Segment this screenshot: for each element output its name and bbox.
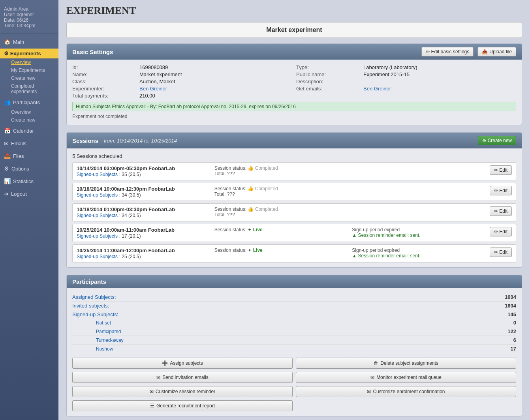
create-session-button[interactable]: ⊕ Create new: [478, 136, 516, 145]
sidebar-item-statistics[interactable]: 📊 Statistics: [0, 175, 58, 187]
logout-label: Logout: [11, 191, 27, 197]
participant-sub-link-1[interactable]: Participated: [72, 329, 121, 334]
subjects-count-3: : 17 (20,1): [119, 233, 141, 239]
session-datetime-1: 10/18/2014 10:00am-12:30pm FoobarLab: [77, 186, 210, 192]
session-left-2: 10/18/2014 01:00pm-03:30pm FoobarLab Sig…: [77, 206, 210, 218]
sidebar-item-logout[interactable]: ➜ Logout: [0, 188, 58, 200]
participants-title: Participants: [72, 278, 106, 285]
options-icon: ⚙: [4, 165, 9, 172]
participant-link-1[interactable]: Invited subjects:: [72, 303, 109, 309]
participant-link-0[interactable]: Assigned Subjects:: [72, 294, 116, 300]
participant-sub-link-2[interactable]: Turned-away: [72, 338, 124, 343]
edit-basic-settings-button[interactable]: ✏ Edit basic settings: [421, 47, 474, 56]
send-invitation-emails-button[interactable]: ✉Send invitation emails: [72, 372, 293, 383]
participant-sub-link-3[interactable]: Noshow: [72, 346, 113, 352]
gear-icon: ⚙: [4, 51, 9, 56]
session-status-row-1: Session status: 👍 Completed: [214, 186, 348, 191]
signed-up-subjects-link-2[interactable]: Signed-up Subjects: [77, 213, 118, 218]
sidebar-experiments-header[interactable]: ⚙ Experiments: [0, 49, 58, 58]
sidebar-calendar[interactable]: 📅 Calendar: [0, 125, 58, 137]
class-value: Auction, Market: [139, 79, 292, 84]
sidebar-item-calendar[interactable]: 📅 Calendar: [0, 125, 58, 137]
class-label: Class:: [72, 79, 135, 84]
customize-session-reminder-icon: ✉: [150, 389, 154, 394]
session-total-0: Total: ???: [214, 171, 348, 176]
sidebar-item-files[interactable]: 📥 Files: [0, 150, 58, 162]
description-label: Description:: [296, 79, 359, 84]
delete-subject-assignments-button[interactable]: 🗑Delete subject assignments: [296, 358, 516, 369]
generate-recruitment-button[interactable]: ☰Generate recruitment report: [72, 400, 293, 411]
session-status-2: Completed: [255, 206, 278, 212]
signed-up-subjects-link-0[interactable]: Signed-up Subjects: [77, 172, 118, 177]
admin-info: Admin Area User: bgreiner Date: 06/26 Ti…: [0, 3, 58, 34]
sidebar-item-emails[interactable]: ✉ Emails: [0, 137, 58, 149]
time-label: Time: 03:34pm: [4, 23, 55, 28]
statistics-icon: 📊: [4, 178, 11, 184]
customize-session-reminder-button[interactable]: ✉Customize session reminder: [72, 386, 293, 397]
participant-sub-label-3: Noshow: [72, 346, 113, 352]
calendar-icon: 📅: [4, 128, 11, 134]
session-edit-button-1[interactable]: ✏ Edit: [490, 186, 512, 195]
session-middle-0: Session status: 👍 Completed Total: ???: [210, 165, 348, 176]
sidebar-item-participants[interactable]: 👥 Participants: [0, 96, 58, 108]
session-total-1: Total: ???: [214, 191, 348, 197]
signup-expired-3: Sign-up period expired: [352, 227, 486, 232]
sidebar-options[interactable]: ⚙ Options: [0, 163, 58, 174]
name-value: Market experiment: [139, 71, 292, 77]
get-emails-value: Ben Greiner: [363, 86, 516, 92]
signed-up-subjects-link-4[interactable]: Signed-up Subjects: [77, 254, 118, 259]
session-status-row-4: Session status: ✦ Live: [214, 248, 348, 253]
sidebar-emails[interactable]: ✉ Emails: [0, 137, 58, 149]
session-status-0: Completed: [255, 165, 278, 171]
participant-sub-link-0[interactable]: Not set: [72, 320, 111, 326]
sessions-body: 5 Sessions scheduled 10/14/2014 03:00pm-…: [67, 148, 522, 267]
participant-sub-row-2: Turned-away 6: [72, 336, 516, 345]
customize-session-reminder-label: Customize session reminder: [156, 389, 215, 394]
session-datetime-3: 10/25/2014 10:00am-11:00am FoobarLab: [77, 227, 210, 233]
sidebar-statistics[interactable]: 📊 Statistics: [0, 175, 58, 187]
sidebar-main[interactable]: 🏠 Main: [0, 36, 58, 48]
calendar-label: Calendar: [13, 128, 34, 134]
generate-recruitment-icon: ☰: [150, 403, 154, 409]
participant-row-0: Assigned Subjects: 1604: [72, 293, 516, 302]
sidebar-item-main[interactable]: 🏠 Main: [0, 36, 58, 48]
session-left-0: 10/14/2014 03:00pm-05:30pm FoobarLab Sig…: [77, 165, 210, 177]
sidebar-item-my-experiments[interactable]: My Experiments: [0, 66, 58, 74]
session-datetime-4: 10/25/2014 11:00am-12:00pm FoobarLab: [77, 248, 210, 253]
participant-sub-label-0: Not set: [72, 320, 111, 326]
signed-up-subjects-link-3[interactable]: Signed-up Subjects: [77, 233, 118, 239]
session-edit-button-4[interactable]: ✏ Edit: [490, 248, 512, 257]
signed-up-subjects-link-1[interactable]: Signed-up Subjects: [77, 192, 118, 198]
session-edit-button-2[interactable]: ✏ Edit: [490, 206, 512, 216]
session-edit-button-0[interactable]: ✏ Edit: [490, 165, 512, 175]
sidebar-logout[interactable]: ➜ Logout: [0, 188, 58, 200]
sidebar-p-create[interactable]: Create new: [0, 116, 58, 124]
participants-icon: 👥: [4, 99, 11, 105]
session-edit-3: ✏ Edit: [490, 227, 512, 236]
logout-icon: ➜: [4, 191, 9, 197]
sidebar-item-create-new[interactable]: Create new: [0, 74, 58, 82]
customize-enrolment-button[interactable]: ✉Customize enrolment confirmation: [296, 386, 516, 397]
monitor-experiment-mail-button[interactable]: ✉Monitor experiment mail queue: [296, 372, 516, 383]
sidebar-item-completed[interactable]: Completed experiments: [0, 82, 58, 96]
session-subjects-4: Signed-up Subjects : 25 (20,5): [77, 253, 210, 259]
sidebar-item-overview[interactable]: Overview: [0, 58, 58, 66]
subjects-count-4: : 25 (20,5): [119, 254, 141, 259]
sidebar-files[interactable]: 📥 Files: [0, 150, 58, 162]
experimenter-link[interactable]: Ben Greiner: [139, 86, 167, 92]
experimenter-label: Experimenter:: [72, 86, 135, 92]
upload-file-button[interactable]: 📤 Upload file: [477, 47, 516, 56]
session-edit-button-3[interactable]: ✏ Edit: [490, 227, 512, 236]
session-edit-2: ✏ Edit: [490, 206, 512, 216]
sidebar-p-overview[interactable]: Overview: [0, 108, 58, 116]
assign-subjects-button[interactable]: ➕Assign subjects: [72, 358, 293, 369]
get-emails-link[interactable]: Ben Greiner: [363, 86, 391, 92]
session-edit-4: ✏ Edit: [490, 248, 512, 257]
session-subjects-2: Signed-up Subjects : 34 (30,5): [77, 212, 210, 218]
monitor-experiment-mail-icon: ✉: [370, 375, 374, 380]
participant-link-2[interactable]: Signed-up Subjects:: [72, 311, 118, 317]
sessions-scheduled: 5 Sessions scheduled: [72, 153, 516, 159]
sidebar-item-options[interactable]: ⚙ Options: [0, 163, 58, 174]
upload-icon: 📤: [482, 49, 488, 54]
session-row-0: 10/14/2014 03:00pm-05:30pm FoobarLab Sig…: [72, 162, 516, 180]
